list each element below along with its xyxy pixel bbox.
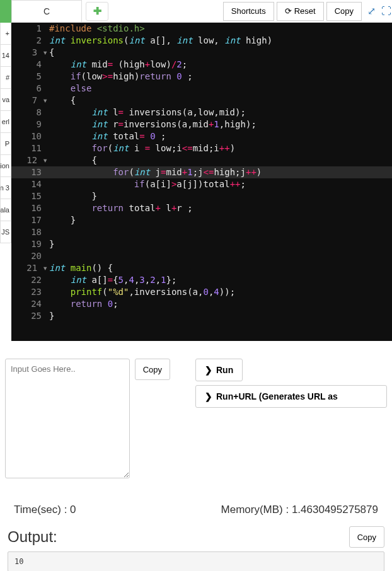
line-number: 8 [11,107,49,118]
code-line[interactable]: 1#include <stdio.h> [11,23,392,35]
sidebar-item[interactable]: ion [0,155,11,177]
sidebar-item[interactable]: + [0,23,11,45]
code-content[interactable]: return 0; [49,298,392,310]
sidebar-item[interactable]: va [0,89,11,111]
code-line[interactable]: 25} [11,310,392,322]
code-content[interactable]: } [49,214,392,226]
code-content[interactable]: #include <stdio.h> [49,23,392,35]
code-line[interactable]: 2int inversions(int a[], int low, int hi… [11,35,392,47]
code-line[interactable]: 6 else [11,83,392,95]
code-line[interactable]: 24 return 0; [11,298,392,310]
language-selector[interactable]: C [11,0,82,23]
fullscreen-icon[interactable]: ⛶ [381,6,392,17]
add-tab-button[interactable]: ✚ [86,2,108,21]
line-number: 13 [11,166,49,178]
code-content[interactable]: { [49,154,392,166]
code-content[interactable]: int total= 0 ; [49,130,392,142]
line-number: 3 ▾ [11,47,49,59]
code-content[interactable] [49,226,392,238]
code-line[interactable]: 12 ▾ { [11,154,392,166]
line-number: 11 [11,142,49,154]
code-line[interactable]: 4 int mid= (high+low)/2; [11,59,392,71]
code-line[interactable]: 21 ▾int main() { [11,262,392,274]
run-url-button[interactable]: ❯ Run+URL (Generates URL as [195,385,387,408]
sidebar-item[interactable]: # [0,67,11,89]
line-number: 18 [11,226,49,238]
code-content[interactable]: for(int i = low;i<=mid;i++) [49,142,392,154]
sidebar-item[interactable]: & JS [0,221,11,243]
line-number: 19 [11,238,49,250]
code-content[interactable]: printf("%d",inversions(a,0,4)); [49,286,392,298]
code-line[interactable]: 8 int l= inversions(a,low,mid); [11,107,392,118]
code-line[interactable]: 11 for(int i = low;i<=mid;i++) [11,142,392,154]
sidebar-item[interactable]: P [0,133,11,155]
code-content[interactable]: { [49,95,392,107]
sidebar-item[interactable]: on 3 [0,177,11,199]
expand-icon[interactable]: ⤢ [366,6,377,17]
chevron-right-icon: ❯ [205,365,212,375]
code-content[interactable]: else [49,83,392,95]
copy-output-button[interactable]: Copy [349,526,384,548]
line-number: 2 [11,35,49,47]
code-content[interactable]: int r=inversions(a,mid+1,high); [49,118,392,130]
code-line[interactable]: 18 [11,226,392,238]
reset-label: Reset [294,6,316,16]
sidebar-item[interactable]: ala [0,199,11,221]
code-line[interactable]: 14 if(a[i]>a[j])total++; [11,178,392,190]
chevron-right-icon: ❯ [205,391,212,401]
code-content[interactable]: return total+ l+r ; [49,202,392,214]
line-number: 17 [11,214,49,226]
code-content[interactable]: int mid= (high+low)/2; [49,59,392,71]
line-number: 7 ▾ [11,95,49,107]
run-label: Run [216,365,233,375]
code-content[interactable]: for(int j=mid+1;j<=high;j++) [49,166,392,178]
code-line[interactable]: 16 return total+ l+r ; [11,202,392,214]
run-button[interactable]: ❯ Run [195,359,243,381]
copy-input-button[interactable]: Copy [135,359,170,380]
code-content[interactable]: int l= inversions(a,low,mid); [49,107,392,118]
line-number: 12 ▾ [11,154,49,166]
code-content[interactable]: int main() { [49,262,392,274]
code-line[interactable]: 10 int total= 0 ; [11,130,392,142]
line-number: 23 [11,286,49,298]
shortcuts-button[interactable]: Shortcuts [223,2,274,21]
line-number: 25 [11,310,49,322]
code-content[interactable]: } [49,310,392,322]
copy-code-button[interactable]: Copy [326,2,362,21]
top-toolbar: C ✚ Shortcuts ⟳ Reset Copy ⤢ ⛶ [0,0,392,23]
code-line[interactable]: 22 int a[]={5,4,3,2,1}; [11,274,392,286]
code-line[interactable]: 15 } [11,190,392,202]
line-number: 4 [11,59,49,71]
code-line[interactable]: 9 int r=inversions(a,mid+1,high); [11,118,392,130]
output-value: 10 [8,551,384,571]
code-content[interactable]: { [49,47,392,59]
code-line[interactable]: 7 ▾ { [11,95,392,107]
code-content[interactable]: if(low>=high)return 0 ; [49,71,392,83]
code-content[interactable]: } [49,238,392,250]
code-content[interactable]: } [49,190,392,202]
code-content[interactable]: int inversions(int a[], int low, int hig… [49,35,392,47]
line-number: 9 [11,118,49,130]
code-line[interactable]: 3 ▾{ [11,47,392,59]
plus-icon: ✚ [93,5,101,17]
line-number: 21 ▾ [11,262,49,274]
sidebar-item[interactable]: 14 [0,45,11,67]
code-line[interactable]: 17 } [11,214,392,226]
code-content[interactable] [49,250,392,262]
code-content[interactable]: if(a[i]>a[j])total++; [49,178,392,190]
code-line[interactable]: 20 [11,250,392,262]
run-url-label: Run+URL (Generates URL as [216,391,338,401]
code-content[interactable]: int a[]={5,4,3,2,1}; [49,274,392,286]
line-number: 15 [11,190,49,202]
code-editor[interactable]: 1#include <stdio.h>2int inversions(int a… [11,23,392,341]
line-number: 6 [11,83,49,95]
code-line[interactable]: 23 printf("%d",inversions(a,0,4)); [11,286,392,298]
code-line[interactable]: 5 if(low>=high)return 0 ; [11,71,392,83]
reset-button[interactable]: ⟳ Reset [277,2,324,21]
code-line[interactable]: 13 for(int j=mid+1;j<=high;j++) [11,166,392,178]
code-line[interactable]: 19} [11,238,392,250]
sidebar-item[interactable]: erl [0,111,11,133]
line-number: 1 [11,23,49,35]
stdin-input[interactable] [5,359,130,478]
refresh-icon: ⟳ [285,6,292,16]
